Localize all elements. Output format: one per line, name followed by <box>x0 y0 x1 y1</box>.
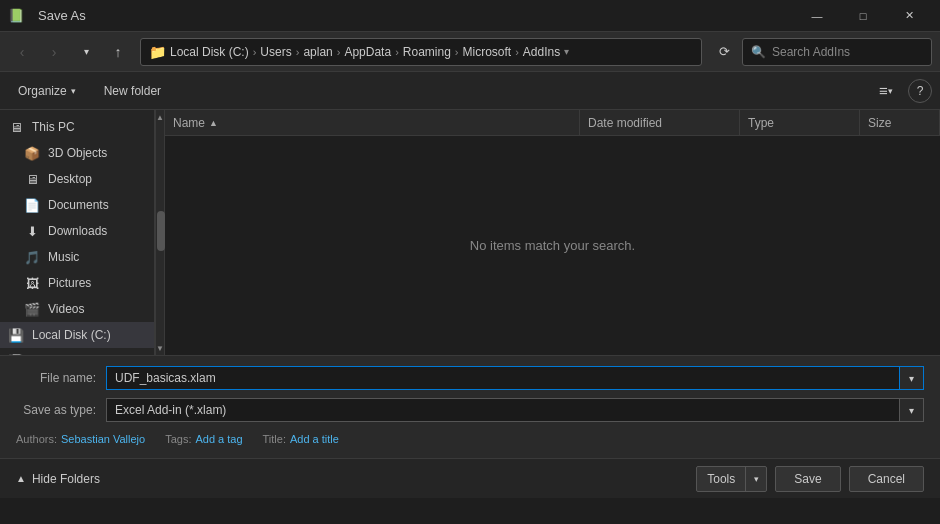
sidebar-scrollbar[interactable]: ▲ ▼ <box>155 110 165 355</box>
sidebar-item-documents[interactable]: 📄 Documents <box>0 192 154 218</box>
3d-objects-icon: 📦 <box>24 145 40 161</box>
sidebar-label-pictures: Pictures <box>48 276 91 290</box>
tags-label: Tags: <box>165 433 191 445</box>
save-button[interactable]: Save <box>775 466 840 492</box>
help-icon: ? <box>917 84 924 98</box>
column-size-label: Size <box>868 116 891 130</box>
filename-dropdown-button[interactable]: ▾ <box>900 366 924 390</box>
metadata-row: Authors: Sebastian Vallejo Tags: Add a t… <box>16 428 924 450</box>
sidebar-item-this-pc[interactable]: 🖥 This PC <box>0 114 154 140</box>
column-header-size[interactable]: Size <box>860 110 940 135</box>
column-header-name[interactable]: Name ▲ <box>165 110 580 135</box>
videos-icon: 🎬 <box>24 301 40 317</box>
saveastype-select[interactable]: Excel Add-in (*.xlam) <box>106 398 900 422</box>
breadcrumb-users[interactable]: Users <box>260 45 291 59</box>
tools-chevron-icon[interactable]: ▾ <box>746 467 766 491</box>
tags-item: Tags: Add a tag <box>165 433 242 445</box>
sidebar-item-local-disk[interactable]: 💾 Local Disk (C:) <box>0 322 154 348</box>
sidebar-item-desktop[interactable]: 🖥 Desktop <box>0 166 154 192</box>
file-list: Name ▲ Date modified Type Size No items … <box>165 110 940 355</box>
sidebar-label-downloads: Downloads <box>48 224 107 238</box>
sidebar-item-music[interactable]: 🎵 Music <box>0 244 154 270</box>
view-button[interactable]: ≡ ▾ <box>872 77 900 105</box>
sidebar-item-documentos[interactable]: 💾 Documentos (D: <box>0 348 154 355</box>
title-icon: 📗 <box>8 8 24 24</box>
breadcrumb-addins[interactable]: AddIns <box>523 45 560 59</box>
recent-locations-button[interactable]: ▾ <box>72 38 100 66</box>
close-button[interactable]: ✕ <box>886 0 932 32</box>
sidebar-item-3d-objects[interactable]: 📦 3D Objects <box>0 140 154 166</box>
sidebar-label-documentos: Documentos (D: <box>32 354 119 355</box>
title-input[interactable]: Add a title <box>290 433 339 445</box>
scroll-thumb[interactable] <box>157 211 165 251</box>
breadcrumb-local-disk[interactable]: Local Disk (C:) <box>170 45 249 59</box>
cancel-button[interactable]: Cancel <box>849 466 924 492</box>
scroll-up-button[interactable]: ▲ <box>155 110 165 124</box>
sidebar-item-downloads[interactable]: ⬇ Downloads <box>0 218 154 244</box>
column-header-type[interactable]: Type <box>740 110 860 135</box>
column-header-date[interactable]: Date modified <box>580 110 740 135</box>
authors-label: Authors: <box>16 433 57 445</box>
help-button[interactable]: ? <box>908 79 932 103</box>
column-name-label: Name <box>173 116 205 130</box>
tools-button[interactable]: Tools ▾ <box>696 466 767 492</box>
new-folder-button[interactable]: New folder <box>94 77 171 105</box>
column-type-label: Type <box>748 116 774 130</box>
scroll-down-button[interactable]: ▼ <box>155 341 165 355</box>
footer-buttons: Tools ▾ Save Cancel <box>696 466 924 492</box>
saveastype-dropdown-button[interactable]: ▾ <box>900 398 924 422</box>
title-bar: 📗 Save As — □ ✕ <box>0 0 940 32</box>
address-bar[interactable]: 📁 Local Disk (C:) › Users › aplan › AppD… <box>140 38 702 66</box>
view-icon: ≡ <box>879 82 888 99</box>
sidebar-item-videos[interactable]: 🎬 Videos <box>0 296 154 322</box>
minimize-button[interactable]: — <box>794 0 840 32</box>
maximize-button[interactable]: □ <box>840 0 886 32</box>
sidebar-label-music: Music <box>48 250 79 264</box>
up-button[interactable]: ↑ <box>104 38 132 66</box>
file-list-body: No items match your search. <box>165 136 940 355</box>
sidebar-label-desktop: Desktop <box>48 172 92 186</box>
breadcrumb-aplan[interactable]: aplan <box>303 45 332 59</box>
back-button[interactable]: ‹ <box>8 38 36 66</box>
sidebar-item-pictures[interactable]: 🖼 Pictures <box>0 270 154 296</box>
tools-main-label[interactable]: Tools <box>697 467 746 491</box>
forward-button[interactable]: › <box>40 38 68 66</box>
filename-value: UDF_basicas.xlam <box>115 371 216 385</box>
breadcrumb-microsoft[interactable]: Microsoft <box>463 45 512 59</box>
hide-folders-label: Hide Folders <box>32 472 100 486</box>
empty-message: No items match your search. <box>470 238 635 253</box>
organize-label: Organize <box>18 84 67 98</box>
filename-input[interactable]: UDF_basicas.xlam <box>106 366 900 390</box>
organize-chevron-icon: ▾ <box>71 86 76 96</box>
refresh-button[interactable]: ⟳ <box>710 38 738 66</box>
column-date-label: Date modified <box>588 116 662 130</box>
ribbon: Organize ▾ New folder ≡ ▾ ? <box>0 72 940 110</box>
documents-icon: 📄 <box>24 197 40 213</box>
authors-item: Authors: Sebastian Vallejo <box>16 433 145 445</box>
sidebar-label-this-pc: This PC <box>32 120 75 134</box>
pictures-icon: 🖼 <box>24 275 40 291</box>
view-chevron-icon: ▾ <box>888 86 893 96</box>
filename-row: File name: UDF_basicas.xlam ▾ <box>16 364 924 392</box>
tags-input[interactable]: Add a tag <box>195 433 242 445</box>
search-icon: 🔍 <box>751 45 766 59</box>
bottom-area: File name: UDF_basicas.xlam ▾ Save as ty… <box>0 355 940 458</box>
title-item: Title: Add a title <box>263 433 339 445</box>
music-icon: 🎵 <box>24 249 40 265</box>
breadcrumb-roaming[interactable]: Roaming <box>403 45 451 59</box>
local-disk-icon: 💾 <box>8 327 24 343</box>
saveastype-row: Save as type: Excel Add-in (*.xlam) ▾ <box>16 396 924 424</box>
address-dropdown-icon[interactable]: ▾ <box>564 46 569 57</box>
authors-value[interactable]: Sebastian Vallejo <box>61 433 145 445</box>
toolbar: ‹ › ▾ ↑ 📁 Local Disk (C:) › Users › apla… <box>0 32 940 72</box>
sidebar-label-documents: Documents <box>48 198 109 212</box>
organize-button[interactable]: Organize ▾ <box>8 77 86 105</box>
title-text: Save As <box>38 8 86 23</box>
breadcrumb-appdata[interactable]: AppData <box>344 45 391 59</box>
documentos-disk-icon: 💾 <box>8 353 24 355</box>
file-list-header: Name ▲ Date modified Type Size <box>165 110 940 136</box>
hide-folders-button[interactable]: ▲ Hide Folders <box>16 472 100 486</box>
search-bar[interactable]: 🔍 Search AddIns <box>742 38 932 66</box>
scroll-track[interactable] <box>156 124 164 341</box>
title-label: Title: <box>263 433 286 445</box>
